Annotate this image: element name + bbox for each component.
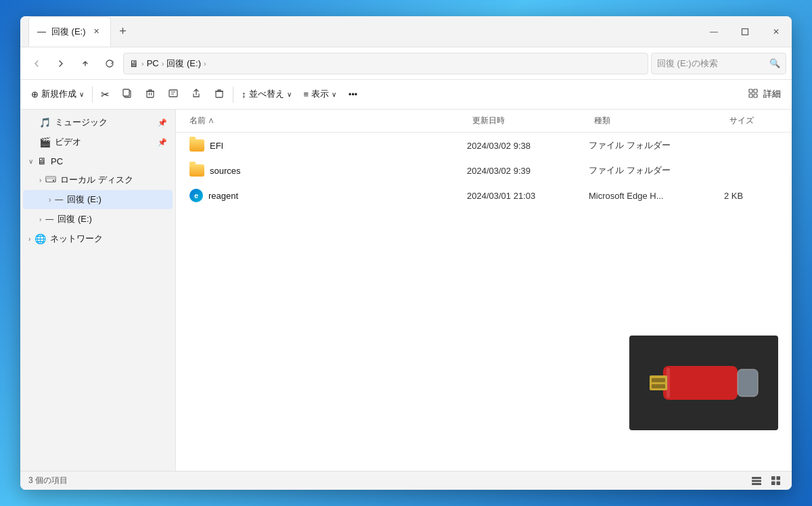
grid-view-button[interactable] [767, 474, 784, 488]
usb-svg [643, 346, 765, 420]
sidebar-item-pc[interactable]: ∨ 🖥 PC [23, 152, 173, 170]
svg-rect-11 [46, 177, 55, 179]
col-name[interactable]: 名前 ∧ [187, 114, 470, 128]
sidebar-recovery2-label: 回復 (E:) [58, 213, 167, 225]
main-content: 🎵 ミュージック 📌 🎬 ビデオ 📌 ∨ 🖥 PC › [20, 110, 792, 471]
file-row-reagent[interactable]: e reagent 2024/03/01 21:03 Microsoft Edg… [179, 183, 789, 208]
sidebar-item-recovery-selected[interactable]: › — 回復 (E:) [23, 190, 173, 209]
close-button[interactable]: ✕ [761, 16, 792, 47]
sidebar-music-label: ミュージック [55, 116, 154, 129]
separator-2 [233, 87, 233, 103]
file-label-efi: EFI [210, 141, 223, 151]
file-label-reagent: reagent [208, 191, 238, 201]
active-tab[interactable]: — 回復 (E:) ✕ [28, 16, 111, 47]
back-button[interactable] [26, 53, 47, 74]
toolbar-right: 詳細 [743, 84, 786, 106]
up-button[interactable] [74, 53, 96, 74]
window-controls: — ✕ [698, 16, 792, 47]
file-type-sources: ファイル フォルダー [589, 164, 724, 177]
copy-button[interactable] [116, 84, 138, 106]
sidebar-item-local-disk[interactable]: › ローカル ディスク [23, 170, 173, 189]
share-button[interactable] [185, 84, 207, 106]
sidebar-video-label: ビデオ [55, 136, 154, 148]
title-bar: — 回復 (E:) ✕ + — ✕ [20, 16, 792, 47]
path-pc[interactable]: PC [147, 58, 159, 68]
rename-icon [168, 88, 179, 101]
svg-rect-19 [752, 477, 761, 479]
tab-drive-icon: — [37, 26, 46, 37]
file-list-header: 名前 ∧ 更新日時 種類 サイズ [176, 110, 792, 133]
delete-button[interactable] [139, 84, 161, 106]
sidebar-recovery-label: 回復 (E:) [67, 193, 167, 206]
network-icon: 🌐 [35, 233, 46, 244]
rename-button[interactable] [162, 84, 184, 106]
delete-icon [145, 88, 156, 101]
svg-rect-25 [776, 482, 780, 486]
col-size[interactable]: サイズ [727, 114, 781, 128]
svg-rect-17 [652, 384, 665, 388]
sidebar-item-network[interactable]: › 🌐 ネットワーク [23, 229, 173, 248]
svg-rect-24 [771, 482, 775, 486]
sidebar-pc-label: PC [51, 156, 167, 166]
sidebar-video-pin: 📌 [158, 138, 167, 147]
sort-dropdown-icon: ∨ [287, 91, 292, 98]
file-list: 名前 ∧ 更新日時 種類 サイズ EFI 2024/03/02 9:38 ファイ… [176, 110, 792, 471]
tab-close-button[interactable]: ✕ [91, 26, 102, 37]
path-separator-1: › [141, 60, 144, 68]
sidebar-item-recovery2[interactable]: › — 回復 (E:) [23, 210, 173, 229]
sidebar-item-music[interactable]: 🎵 ミュージック 📌 [23, 113, 173, 132]
sidebar-local-disk-label: ローカル ディスク [60, 174, 167, 186]
status-bar: 3 個の項目 [20, 471, 792, 490]
explorer-window: — 回復 (E:) ✕ + — ✕ [20, 16, 792, 490]
search-placeholder-text: 回復 (E:)の検索 [657, 58, 765, 70]
sort-icon: ↕ [242, 89, 246, 99]
svg-rect-13 [663, 366, 738, 400]
col-type[interactable]: 種類 [591, 114, 727, 128]
network-arrow: › [28, 235, 30, 243]
local-disk-icon [45, 175, 56, 186]
view-dropdown-icon: ∨ [332, 91, 336, 98]
file-row-sources[interactable]: sources 2024/03/02 9:39 ファイル フォルダー [179, 158, 789, 183]
recovery-icon-selected: — [55, 195, 63, 204]
view-toggle [748, 474, 784, 488]
svg-rect-21 [752, 483, 761, 485]
svg-rect-23 [776, 476, 780, 480]
view-button[interactable]: ≡ 表示 ∨ [298, 84, 342, 106]
maximize-button[interactable] [729, 16, 761, 47]
view-icon: ≡ [304, 89, 309, 99]
col-modified[interactable]: 更新日時 [470, 114, 591, 128]
sort-button[interactable]: ↕ 並べ替え ∨ [236, 84, 297, 106]
sidebar-item-video[interactable]: 🎬 ビデオ 📌 [23, 133, 173, 152]
search-icon: 🔍 [769, 58, 780, 68]
cut-button[interactable]: ✂ [95, 84, 115, 106]
trash-icon [214, 88, 225, 101]
new-label: 新規作成 [41, 89, 76, 100]
svg-rect-8 [754, 89, 757, 93]
detail-view-button[interactable]: 詳細 [743, 84, 786, 106]
path-drive: 回復 (E:) [166, 58, 201, 70]
new-button[interactable]: ⊕ 新規作成 ∨ [26, 84, 89, 106]
svg-rect-18 [667, 368, 670, 398]
more-button[interactable]: ••• [343, 84, 363, 106]
list-view-button[interactable] [748, 474, 765, 488]
music-icon: 🎵 [39, 117, 51, 128]
forward-button[interactable] [50, 53, 72, 74]
sidebar-music-pin: 📌 [158, 118, 167, 127]
file-row-efi[interactable]: EFI 2024/03/02 9:38 ファイル フォルダー [179, 133, 789, 158]
file-label-sources: sources [210, 166, 241, 176]
sort-label: 並べ替え [249, 89, 284, 100]
trash-button[interactable] [208, 84, 230, 106]
address-path-bar[interactable]: 🖥 › PC › 回復 (E:) › [123, 53, 648, 74]
svg-rect-2 [123, 89, 129, 96]
new-dropdown-icon: ∨ [79, 91, 84, 98]
search-box[interactable]: 回復 (E:)の検索 🔍 [651, 53, 786, 74]
refresh-button[interactable] [99, 53, 120, 74]
new-tab-button[interactable]: + [114, 22, 133, 41]
minimize-button[interactable]: — [698, 16, 729, 47]
video-icon: 🎬 [39, 137, 51, 147]
svg-rect-9 [754, 94, 757, 97]
file-name-sources: sources [189, 164, 467, 177]
svg-rect-5 [216, 91, 223, 97]
usb-image [629, 336, 778, 430]
svg-point-12 [53, 179, 54, 181]
